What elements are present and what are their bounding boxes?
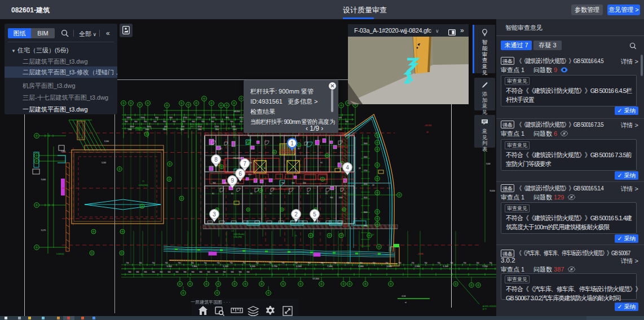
svg-text:900: 900 [240,121,243,123]
svg-text:750: 750 [139,262,142,264]
svg-text:900: 900 [215,271,218,273]
svg-text:#1: #1 [142,180,144,183]
svg-text:750: 750 [398,262,401,264]
svg-text:750: 750 [307,262,310,264]
svg-text:A-XXXL-XXXXXX-X: A-XXXL-XXXXXX-X [483,305,498,308]
svg-text:900: 900 [160,271,162,273]
svg-text:3,000 (PM): 3,000 (PM) [233,236,242,238]
svg-text:7,250: 7,250 [482,265,488,268]
svg-text:750: 750 [359,262,362,264]
svg-text:1: 1 [290,140,294,146]
svg-text:5700: 5700 [197,117,201,119]
svg-text:1400: 1400 [231,126,236,128]
svg-text:900: 900 [231,271,233,273]
svg-text:750: 750 [126,262,129,264]
svg-text:750: 750 [424,262,427,264]
svg-text:1300: 1300 [338,197,342,199]
svg-text:9,000: 9,000 [41,179,46,181]
svg-text:6: 6 [239,171,242,177]
svg-text:8: 8 [214,157,218,163]
svg-text:750: 750 [152,262,155,264]
svg-text:1900: 1900 [364,225,368,227]
svg-text:600: 600 [155,117,158,119]
svg-text:750: 750 [281,262,284,264]
svg-text:B1: B1 [298,148,300,150]
svg-text:900: 900 [163,121,166,123]
svg-text:750: 750 [204,262,206,264]
svg-text:2400: 2400 [232,128,236,131]
svg-text:XYZW-08: XYZW-08 [135,129,143,131]
svg-text:B1: B1 [264,167,266,170]
svg-text:900: 900 [281,182,285,184]
svg-text:750: 750 [217,262,219,264]
svg-text:2000: 2000 [140,117,145,119]
svg-text:800: 800 [226,117,229,119]
svg-text:7,400: 7,400 [327,265,333,268]
svg-text:4000: 4000 [239,117,244,119]
svg-text:3,400: 3,400 [358,265,364,268]
svg-text:18: 18 [426,131,429,134]
svg-text:1750: 1750 [364,170,368,172]
svg-text:750: 750 [294,262,297,264]
svg-text:900: 900 [144,121,147,123]
svg-text:B1: B1 [212,193,214,195]
svg-text:900: 900 [345,121,349,123]
svg-text:74,650: 74,650 [489,190,495,192]
svg-text:900: 900 [239,271,241,273]
svg-text:4: 4 [346,165,349,171]
svg-text:750: 750 [372,262,375,264]
svg-text:B1: B1 [270,193,272,195]
svg-text:900: 900 [182,121,186,123]
svg-text:900: 900 [330,197,333,199]
svg-text:2: 2 [294,211,298,217]
svg-text:1,100: 1,100 [443,265,448,268]
svg-text:900: 900 [213,182,216,184]
svg-text:750: 750 [242,262,245,264]
svg-text:B1: B1 [231,193,233,195]
svg-text:750: 750 [268,262,271,264]
svg-text:3: 3 [213,211,216,217]
svg-text:5700: 5700 [214,126,219,128]
svg-text:750: 750 [320,262,323,264]
svg-text:6,300: 6,300 [296,265,302,268]
svg-text:--XX'#XX: --XX'#XX [424,125,432,127]
svg-text:JLC1021: JLC1021 [290,221,297,224]
svg-text:3100: 3100 [364,197,368,199]
svg-text:900: 900 [134,121,138,123]
svg-text:2600: 2600 [364,211,368,214]
svg-text:750: 750 [385,262,388,264]
svg-text:1750: 1750 [223,182,227,184]
svg-text:7,800: 7,800 [192,265,197,268]
svg-text:1400: 1400 [130,126,134,128]
svg-text:900: 900 [207,271,210,273]
svg-text:2400: 2400 [197,128,201,131]
svg-text:750: 750 [191,262,193,264]
svg-text:900: 900 [153,121,157,123]
svg-text:2050: 2050 [364,183,368,185]
svg-text:1400: 1400 [126,117,131,119]
svg-text:2400: 2400 [180,128,184,131]
svg-text:900: 900 [144,271,147,273]
svg-text:1900: 1900 [364,143,368,145]
svg-text:750: 750 [476,262,479,264]
svg-text:750: 750 [450,262,453,264]
svg-text:28: 28 [359,167,361,170]
svg-text:900: 900 [167,271,170,273]
svg-text:57,000: 57,000 [312,278,319,280]
svg-text:5: 5 [313,211,316,217]
svg-text:3,200: 3,200 [250,265,255,268]
svg-text:900: 900 [175,271,178,273]
svg-text:900: 900 [136,271,139,273]
svg-text:900: 900 [152,271,155,273]
svg-text:B1: B1 [307,193,309,195]
svg-text:900: 900 [220,121,224,123]
svg-text:750: 750 [411,262,414,264]
svg-text:900: 900 [191,271,194,273]
svg-text:23: 23 [372,184,374,186]
svg-text:3,160: 3,160 [102,162,106,164]
svg-text:2400: 2400 [145,128,149,131]
svg-text:JTKL2045.1: JTKL2045.1 [233,157,242,159]
svg-text:5,200: 5,200 [223,265,228,268]
svg-text:2#: 2# [372,234,374,236]
svg-text:900: 900 [211,121,214,123]
